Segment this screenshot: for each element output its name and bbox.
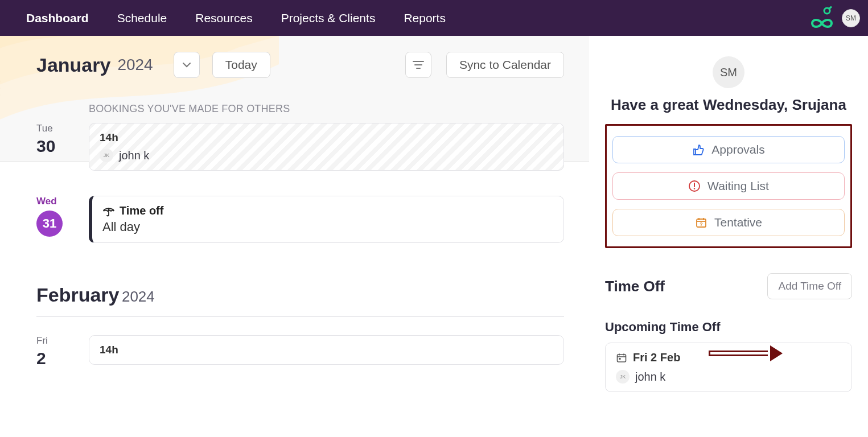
day-of-week: Tue	[36, 123, 53, 134]
upcoming-timeoff-header: Upcoming Time Off	[605, 320, 852, 335]
approvals-label: Approvals	[711, 143, 764, 156]
month-header-feb: February 2024	[0, 243, 589, 306]
approvals-button[interactable]: Approvals	[612, 136, 845, 163]
nav-dashboard[interactable]: Dashboard	[26, 11, 89, 25]
day-number: 2	[36, 349, 46, 368]
svg-point-22	[694, 188, 695, 189]
upcoming-timeoff-card[interactable]: Fri 2 Feb JK john k	[605, 343, 852, 392]
filter-button[interactable]	[405, 52, 431, 78]
top-nav: Dashboard Schedule Resources Projects & …	[0, 0, 868, 36]
svg-point-0	[824, 8, 830, 14]
person-name: john k	[119, 149, 149, 162]
booking-card[interactable]: 14h	[89, 335, 564, 365]
month-picker-button[interactable]	[174, 52, 200, 78]
chevron-down-icon	[182, 60, 192, 70]
day-number: 30	[36, 137, 55, 156]
calendar-icon	[616, 352, 627, 364]
svg-line-1	[829, 6, 832, 9]
upcoming-date-row: Fri 2 Feb	[616, 351, 841, 364]
filter-icon	[412, 60, 425, 70]
timeoff-card[interactable]: Time off All day	[89, 196, 564, 243]
month-year-2: 2024	[122, 288, 155, 305]
booking-card[interactable]: 14h JK john k	[89, 123, 564, 171]
sidebar-avatar[interactable]: SM	[713, 56, 744, 88]
nav-items: Dashboard Schedule Resources Projects & …	[26, 11, 446, 25]
nav-right: SM	[810, 6, 860, 30]
day-col: Tue 30	[36, 123, 89, 171]
main-panel: January 2024 Today Sync to Calendar BOOK…	[0, 36, 589, 437]
day-of-week-current: Wed	[36, 196, 57, 207]
day-row-wed-31: Wed 31 Time off All day	[0, 188, 589, 243]
waiting-list-button[interactable]: Waiting List	[612, 172, 845, 200]
day-col: Fri 2	[36, 335, 89, 368]
month-name: January	[36, 54, 110, 76]
waiting-list-label: Waiting List	[707, 179, 769, 193]
upcoming-person-row: JK john k	[616, 370, 841, 384]
sidebar: SM Have a great Wednesday, Srujana Appro…	[589, 36, 868, 437]
month-header: January 2024 Today Sync to Calendar	[0, 36, 589, 78]
nav-resources[interactable]: Resources	[195, 11, 252, 25]
month-year: 2024	[117, 56, 153, 74]
svg-text:?: ?	[700, 221, 703, 227]
nav-reports[interactable]: Reports	[404, 11, 446, 25]
nav-projects-clients[interactable]: Projects & Clients	[281, 11, 376, 25]
svg-rect-28	[618, 354, 626, 362]
month-name-2: February	[36, 284, 120, 306]
calendar-question-icon: ?	[695, 216, 707, 229]
divider	[36, 316, 564, 317]
umbrella-icon	[102, 205, 115, 217]
day-row-fri-2: Fri 2 14h	[0, 327, 589, 368]
person-avatar: JK	[100, 149, 113, 162]
annotation-highlight-box: Approvals Waiting List ? Tentative	[605, 124, 852, 248]
tentative-button[interactable]: ? Tentative	[612, 209, 845, 236]
timeoff-subtitle: All day	[102, 220, 553, 234]
day-row-tue-30: Tue 30 14h JK john k	[0, 115, 589, 171]
current-day-badge: 31	[36, 211, 63, 237]
day-col: Wed 31	[36, 196, 89, 243]
bookings-section-header: BOOKINGS YOU'VE MADE FOR OTHERS	[0, 78, 589, 115]
person-avatar: JK	[616, 370, 630, 384]
timeoff-header: Time Off	[605, 278, 665, 295]
timeoff-header-row: Time Off Add Time Off	[605, 273, 852, 299]
nav-schedule[interactable]: Schedule	[117, 11, 167, 25]
today-button[interactable]: Today	[212, 52, 270, 78]
greeting-text: Have a great Wednesday, Srujana	[605, 96, 852, 114]
svg-rect-32	[619, 358, 621, 360]
user-avatar[interactable]: SM	[842, 9, 860, 27]
add-timeoff-button[interactable]: Add Time Off	[767, 273, 852, 299]
person-name: john k	[635, 370, 665, 384]
app-logo-icon	[810, 6, 834, 30]
tentative-label: Tentative	[714, 216, 762, 229]
sync-calendar-button[interactable]: Sync to Calendar	[446, 52, 564, 78]
timeoff-title: Time off	[102, 204, 553, 217]
booking-hours: 14h	[100, 131, 553, 144]
booking-hours: 14h	[100, 344, 553, 356]
upcoming-date: Fri 2 Feb	[633, 351, 680, 364]
timeoff-title-text: Time off	[120, 204, 163, 217]
day-of-week: Fri	[36, 335, 48, 347]
alert-circle-icon	[688, 180, 701, 192]
thumbs-up-icon	[692, 143, 705, 156]
booking-person: JK john k	[100, 149, 149, 162]
